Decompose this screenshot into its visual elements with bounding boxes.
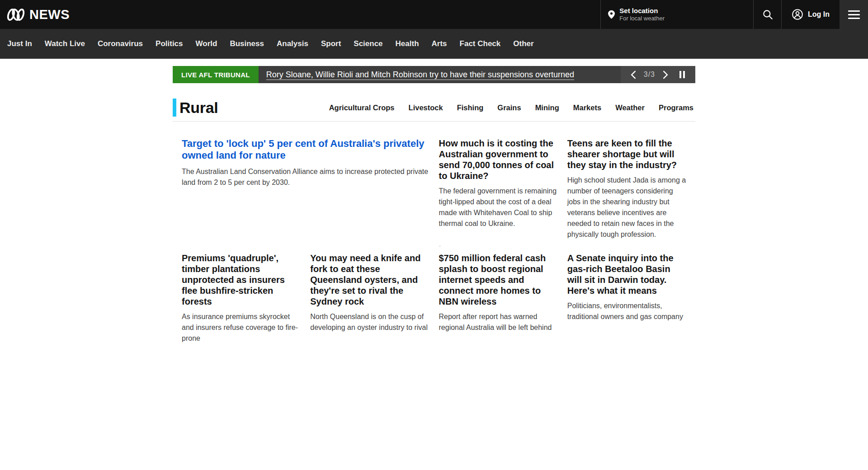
primary-nav: Just In Watch Live Coronavirus Politics … [0, 29, 868, 59]
section-nav-agricultural-crops[interactable]: Agricultural Crops [329, 103, 395, 112]
pause-icon [679, 71, 685, 78]
article-headline[interactable]: Premiums 'quadruple', timber plantations… [182, 253, 301, 307]
nav-item-other[interactable]: Other [507, 39, 540, 48]
nav-item-coronavirus[interactable]: Coronavirus [91, 39, 149, 48]
nav-item-business[interactable]: Business [223, 39, 270, 48]
article-summary: North Queensland is on the cusp of devel… [310, 311, 429, 333]
article-summary: Report after report has warned regional … [439, 311, 558, 333]
hamburger-menu-button[interactable] [840, 0, 868, 29]
search-icon [762, 9, 774, 20]
story-grid: Target to 'lock up' 5 per cent of Austra… [173, 122, 695, 344]
article-card: You may need a knife and fork to eat the… [310, 245, 429, 344]
article-headline[interactable]: Teens are keen to fill the shearer short… [567, 138, 686, 170]
brand-wordmark: NEWS [29, 7, 70, 22]
abc-logo-icon [6, 8, 25, 21]
article-summary: The Australian Land Conservation Allianc… [182, 166, 429, 188]
article-headline[interactable]: How much is it costing the Australian go… [439, 138, 558, 181]
article-headline[interactable]: A Senate inquiry into the gas-rich Beeta… [567, 253, 686, 296]
nav-item-analysis[interactable]: Analysis [270, 39, 315, 48]
article-headline[interactable]: You may need a knife and fork to eat the… [310, 253, 429, 307]
section-nav-grains[interactable]: Grains [497, 103, 521, 112]
location-pin-icon [608, 10, 615, 19]
article-card: A Senate inquiry into the gas-rich Beeta… [567, 245, 686, 344]
article-summary: High school student Jada is among a numb… [567, 175, 686, 240]
ticker-headline-link[interactable]: Rory Sloane, Willie Rioli and Mitch Robi… [259, 66, 621, 83]
chevron-left-icon [631, 70, 636, 79]
hamburger-menu-icon [848, 14, 860, 15]
section-nav-fishing[interactable]: Fishing [457, 103, 484, 112]
article-card: How much is it costing the Australian go… [439, 131, 558, 240]
section-nav-markets[interactable]: Markets [573, 103, 601, 112]
nav-item-health[interactable]: Health [389, 39, 425, 48]
ticker-position-counter: 3/3 [644, 70, 655, 79]
set-location-text: Set location For local weather [619, 7, 665, 23]
top-header: NEWS Set location For local weather [0, 0, 868, 29]
ticker-headline-text: Rory Sloane, Willie Rioli and Mitch Robi… [266, 70, 574, 80]
article-card: $750 million federal cash splash to boos… [439, 245, 558, 344]
article-summary: Politicians, environmentalists, traditio… [567, 301, 686, 322]
login-label: Log In [808, 10, 830, 19]
article-card: Teens are keen to fill the shearer short… [567, 131, 686, 240]
set-location-button[interactable]: Set location For local weather [601, 0, 674, 29]
article-summary: As insurance premiums skyrocket and insu… [182, 311, 301, 344]
section-accent-bar [173, 99, 176, 117]
section-nav-weather[interactable]: Weather [615, 103, 645, 112]
section-nav-programs[interactable]: Programs [659, 103, 693, 112]
live-ticker: LIVE AFL TRIBUNAL Rory Sloane, Willie Ri… [173, 66, 695, 83]
page-container: LIVE AFL TRIBUNAL Rory Sloane, Willie Ri… [173, 66, 695, 344]
section-nav-livestock[interactable]: Livestock [409, 103, 443, 112]
nav-item-arts[interactable]: Arts [425, 39, 453, 48]
section-header: Rural Agricultural Crops Livestock Fishi… [173, 99, 695, 122]
set-location-title: Set location [619, 7, 665, 15]
ticker-next-button[interactable] [663, 70, 668, 79]
ticker-previous-button[interactable] [631, 70, 636, 79]
hamburger-menu-icon [848, 10, 860, 12]
nav-item-politics[interactable]: Politics [149, 39, 189, 48]
live-ticker-badge: LIVE AFL TRIBUNAL [173, 66, 259, 83]
article-headline[interactable]: Target to 'lock up' 5 per cent of Austra… [182, 138, 429, 162]
ticker-pause-button[interactable] [679, 71, 685, 78]
set-location-subtitle: For local weather [619, 15, 665, 22]
nav-item-just-in[interactable]: Just In [1, 39, 38, 48]
ticker-controls: 3/3 [621, 66, 695, 83]
article-headline[interactable]: $750 million federal cash splash to boos… [439, 253, 558, 307]
article-card: Premiums 'quadruple', timber plantations… [182, 245, 301, 344]
section-nav: Agricultural Crops Livestock Fishing Gra… [329, 103, 695, 112]
article-card-featured: Target to 'lock up' 5 per cent of Austra… [182, 131, 429, 240]
section-nav-mining[interactable]: Mining [535, 103, 559, 112]
chevron-right-icon [663, 70, 668, 79]
nav-item-world[interactable]: World [189, 39, 224, 48]
section-title-wrap: Rural [173, 99, 218, 117]
search-button[interactable] [754, 0, 781, 29]
article-summary: The federal government is remaining tigh… [439, 186, 558, 229]
page-title: Rural [179, 99, 218, 117]
nav-item-watch-live[interactable]: Watch Live [38, 39, 91, 48]
header-actions: Set location For local weather Log In [600, 0, 868, 29]
nav-item-science[interactable]: Science [347, 39, 389, 48]
login-button[interactable]: Log In [782, 0, 840, 29]
hamburger-menu-icon [848, 18, 860, 19]
abc-news-home-link[interactable]: NEWS [0, 0, 70, 29]
nav-item-fact-check[interactable]: Fact Check [453, 39, 507, 48]
header-spacer [674, 0, 753, 29]
user-icon [792, 9, 803, 20]
nav-item-sport[interactable]: Sport [315, 39, 347, 48]
